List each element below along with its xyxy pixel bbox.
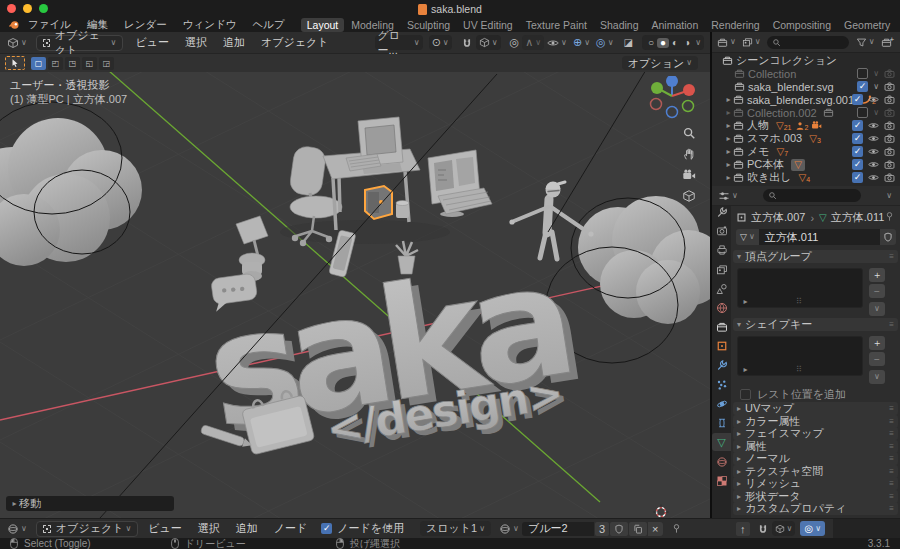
tab-modifiers[interactable]	[712, 356, 731, 374]
view-menu[interactable]: ビュー	[135, 35, 169, 50]
workspace-tab-rendering[interactable]: Rendering	[705, 18, 765, 32]
properties-editor-type-dropdown[interactable]: ∨	[715, 188, 741, 203]
hide-in-viewport-icon[interactable]	[868, 172, 879, 183]
tab-world[interactable]	[712, 299, 731, 317]
gizmos-dropdown[interactable]: ⊕∨	[570, 35, 593, 50]
hide-in-viewport-icon[interactable]	[868, 94, 879, 105]
tab-material[interactable]	[712, 453, 731, 471]
outliner-search-input[interactable]	[767, 36, 849, 49]
panel-vertex-groups[interactable]: ▾頂点グループ≡	[733, 250, 898, 263]
tab-object-data[interactable]: ▽	[712, 433, 731, 451]
exclude-checkbox[interactable]: ✓	[857, 81, 868, 92]
hide-in-viewport-icon[interactable]	[868, 133, 879, 144]
outliner-row-smartphone[interactable]: ▸ スマホ.003 ▽3 ✓	[712, 132, 900, 145]
exclude-checkbox[interactable]: ✓	[852, 172, 863, 183]
disable-render-icon[interactable]	[884, 68, 895, 79]
shading-solid-button[interactable]: ●	[657, 38, 669, 48]
workspace-tab-animation[interactable]: Animation	[646, 18, 705, 32]
tab-output[interactable]	[712, 241, 731, 259]
exclude-checkbox[interactable]: ✓	[852, 159, 863, 170]
tab-tool[interactable]	[712, 203, 731, 221]
disable-render-icon[interactable]	[884, 172, 895, 183]
shader-mode-dropdown[interactable]: オブジェクト∨	[36, 521, 138, 537]
exclude-checkbox[interactable]: ✓	[852, 133, 863, 144]
hide-in-viewport-icon[interactable]	[868, 120, 879, 131]
select-mode-subtract[interactable]: ◳	[65, 57, 80, 70]
disclosure-triangle-icon[interactable]: ▸	[724, 121, 733, 130]
shading-dropdown[interactable]: ∨	[695, 39, 701, 47]
zoom-view-icon[interactable]	[682, 126, 696, 140]
exclude-checkbox[interactable]: ✓	[852, 120, 863, 131]
hide-icon[interactable]: ∨	[873, 69, 879, 78]
outliner-row-saka-svg-001[interactable]: ▸ saka_blender.svg.001 2 ✓	[712, 93, 900, 106]
outliner-row-collection[interactable]: Collection ∨	[712, 67, 900, 80]
menu-help[interactable]: ヘルプ	[252, 18, 284, 32]
copy-material-button[interactable]	[629, 522, 647, 536]
disclosure-triangle-icon[interactable]: ▸	[724, 147, 733, 156]
menu-render[interactable]: レンダー	[124, 18, 167, 32]
outliner-row-pc-body[interactable]: ▸ PC本体 ▽ ✓	[712, 158, 900, 171]
tab-render[interactable]	[712, 222, 731, 240]
rest-position-checkbox[interactable]	[740, 389, 751, 400]
workspace-tab-shading[interactable]: Shading	[594, 18, 645, 32]
hide-in-viewport-icon[interactable]	[868, 146, 879, 157]
breadcrumb-object[interactable]: 立方体.007	[751, 210, 805, 225]
fake-user-button[interactable]	[880, 229, 896, 245]
datablock-name-input[interactable]: 立方体.011	[759, 229, 880, 245]
shape-key-specials-dropdown[interactable]: ∨	[869, 370, 885, 384]
panel-custom-properties[interactable]: ▸カスタムプロパティ≡	[733, 502, 898, 515]
cup-object[interactable]	[396, 201, 409, 219]
panel-shape-keys[interactable]: ▾シェイプキー≡	[733, 318, 898, 331]
blender-logo-icon[interactable]	[8, 19, 20, 31]
shape-key-add-button[interactable]: ＋	[869, 336, 885, 350]
properties-search-input[interactable]	[763, 189, 861, 202]
snap-toggle[interactable]	[458, 35, 476, 50]
shader-node-menu[interactable]: ノード	[274, 521, 308, 536]
outliner-filter-type-dropdown[interactable]: ∨	[739, 35, 764, 50]
move-view-icon[interactable]	[682, 147, 696, 161]
list-resize-grip[interactable]: ⠿	[796, 365, 802, 374]
material-users-button[interactable]: 3	[595, 522, 609, 536]
tab-constraints[interactable]	[712, 414, 731, 432]
gizmo-x-axis[interactable]	[683, 84, 695, 96]
pin-icon[interactable]	[671, 523, 682, 534]
select-mode-new[interactable]: ▢	[31, 57, 46, 70]
disclosure-triangle-icon[interactable]: ▸	[10, 499, 19, 508]
exclude-checkbox[interactable]: ✓	[852, 94, 863, 105]
active-tool-tweak[interactable]	[5, 56, 25, 70]
outliner-row-speech-bubble[interactable]: ▸ 吹き出し ▽4 ✓	[712, 171, 900, 184]
viewport-3d-scene[interactable]: saka saka </design> </design>	[0, 72, 710, 518]
pin-icon[interactable]	[884, 211, 895, 222]
3d-viewport[interactable]: saka saka </design> </design>	[0, 72, 710, 518]
parent-node-tree-button[interactable]: ↑	[736, 522, 750, 536]
use-nodes-checkbox[interactable]: ✓	[321, 523, 332, 534]
disable-render-icon[interactable]	[884, 159, 895, 170]
shape-keys-list[interactable]: ▸ ⠿	[737, 336, 863, 376]
select-mode-invert[interactable]: ◱	[82, 57, 97, 70]
select-mode-intersect[interactable]: ◲	[99, 57, 114, 70]
vertex-group-remove-button[interactable]: −	[869, 284, 885, 298]
shader-view-menu[interactable]: ビュー	[148, 521, 182, 536]
camera-view-icon[interactable]	[682, 168, 696, 182]
outliner-row-collection-002[interactable]: ▸ Collection.002 ∨	[712, 106, 900, 119]
pivot-point-dropdown[interactable]: ⊙∨	[429, 35, 452, 50]
shader-snap-dropdown[interactable]: ∨	[772, 521, 796, 536]
outliner-filter-dropdown[interactable]: ∨	[853, 35, 878, 50]
outliner-row-person[interactable]: ▸ 人物 ▽21 2 ✓	[712, 119, 900, 132]
slot-dropdown[interactable]: スロット1∨	[420, 521, 491, 536]
overlays-dropdown[interactable]: ◎∨	[593, 35, 616, 50]
disable-render-icon[interactable]	[884, 133, 895, 144]
shader-select-menu[interactable]: 選択	[198, 521, 220, 536]
properties-options-dropdown[interactable]: ∨	[886, 192, 892, 200]
transform-orientation-dropdown[interactable]: グロー...∨	[375, 35, 423, 50]
navigation-gizmo[interactable]	[640, 76, 702, 128]
mode-dropdown[interactable]: オブジェクト∨	[36, 35, 124, 51]
proportional-editing-toggle[interactable]: ◎	[507, 35, 523, 50]
exclude-checkbox[interactable]	[857, 107, 868, 118]
hide-icon[interactable]: ∨	[873, 108, 879, 117]
object-types-visibility-dropdown[interactable]: ∨	[544, 35, 570, 50]
select-menu[interactable]: 選択	[185, 35, 207, 50]
workspace-tab-compositing[interactable]: Compositing	[767, 18, 837, 32]
menu-window[interactable]: ウィンドウ	[183, 18, 237, 32]
exclude-checkbox[interactable]: ✓	[852, 146, 863, 157]
